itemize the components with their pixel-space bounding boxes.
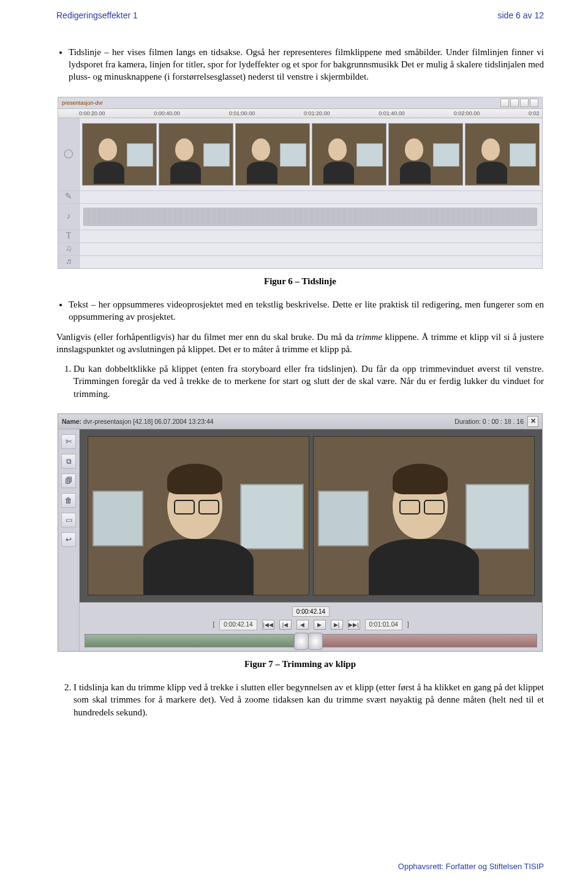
goto-end-button[interactable]: ▶▶|: [348, 620, 360, 630]
trim-out-handle[interactable]: [308, 633, 323, 650]
timeline-ruler[interactable]: 0:00:20.00 0:00:40.00 0:01:00.00 0:01:20…: [58, 108, 542, 118]
para-em-trimme: trimme: [356, 332, 383, 342]
header-right: side 6 av 12: [498, 10, 545, 21]
figure-7-caption: Figur 7 – Trimming av klipp: [56, 658, 544, 670]
trim-in-timecode[interactable]: 0:00:42.14: [219, 619, 257, 630]
tl-zoom-in-icon[interactable]: [500, 99, 509, 107]
ruler-mark: 0:01:40.00: [379, 110, 453, 117]
tool-scissors-icon[interactable]: ✄: [61, 434, 76, 449]
ruler-mark: 0:01:20.00: [304, 110, 379, 117]
bracket-in-icon[interactable]: [: [213, 620, 214, 629]
tool-undo-icon[interactable]: ↩: [61, 532, 76, 547]
bullet-tidslinje: Tidslinje – her vises filmen langs en ti…: [69, 46, 544, 83]
figure-6-caption: Figur 6 – Tidslinje: [56, 275, 544, 287]
video-track[interactable]: [80, 118, 542, 190]
page-footer: Opphavsrett: Forfatter og Stiftelsen TIS…: [398, 861, 544, 872]
close-icon[interactable]: ✕: [527, 416, 538, 427]
trim-in-handle[interactable]: [294, 633, 309, 650]
tool-marker-icon[interactable]: ▭: [61, 513, 76, 527]
tl-zoom-out-icon[interactable]: [510, 99, 519, 107]
tl-view-b-icon[interactable]: [530, 99, 538, 107]
track-edit[interactable]: [80, 191, 542, 203]
bracket-out-icon[interactable]: ]: [407, 620, 409, 629]
ordered-item-1: Du kan dobbeltklikke på klippet (enten f…: [74, 363, 544, 400]
clip-thumbnail[interactable]: [465, 123, 540, 186]
track-title-icon[interactable]: T: [66, 230, 72, 242]
tool-delete-icon[interactable]: 🗑: [61, 493, 76, 508]
clip-thumbnail[interactable]: [388, 123, 463, 186]
audio-waveform: [83, 208, 537, 226]
trim-duration-label: Duration:: [454, 418, 481, 425]
step-forward-button[interactable]: ▶|: [331, 620, 343, 630]
trim-timecode-center: 0:00:42.14: [292, 606, 330, 617]
track-video-icon[interactable]: ◯: [64, 148, 74, 160]
ruler-mark: 0:00:40.00: [154, 110, 228, 117]
track-sfx[interactable]: [80, 243, 542, 255]
track-music[interactable]: [80, 256, 542, 268]
trim-name-label: Name:: [62, 417, 81, 426]
trim-out-timecode[interactable]: 0:01:01.04: [365, 619, 402, 630]
tl-view-a-icon[interactable]: [520, 99, 529, 107]
figure-7-trim-window: Name: dvr-presentasjon [42.18] 06.07.200…: [58, 413, 543, 652]
clip-thumbnail[interactable]: [235, 123, 310, 186]
bullet-tekst: Tekst – her oppsummeres videoprosjektet …: [69, 298, 544, 323]
trim-frame-in[interactable]: [88, 436, 309, 595]
paragraph-trim-intro: Vanligvis (eller forhåpentligvis) har du…: [56, 331, 544, 356]
track-edit-icon[interactable]: ✎: [65, 191, 72, 203]
trim-titlebar[interactable]: Name: dvr-presentasjon [42.18] 06.07.200…: [58, 414, 542, 429]
trim-name-value: dvr-presentasjon [42.18] 06.07.2004 13:2…: [83, 417, 214, 426]
trim-duration-value: 0 : 00 : 18 . 16: [483, 418, 524, 425]
clip-thumbnail[interactable]: [82, 123, 157, 186]
track-camera-audio[interactable]: [80, 204, 542, 230]
tool-clipboard-icon[interactable]: 🗐: [61, 473, 76, 488]
step-back-button[interactable]: |◀: [279, 620, 292, 630]
clip-thumbnail[interactable]: [159, 123, 233, 186]
ruler-mark: 0:01:00.00: [229, 110, 304, 117]
ordered-item-2: I tidslinja kan du trimme klipp ved å tr…: [74, 681, 544, 718]
ruler-mark: 0:02:00.00: [454, 110, 529, 117]
trim-bar-in-region[interactable]: [85, 634, 294, 647]
trim-bar[interactable]: [85, 634, 537, 647]
ruler-mark: 0:02: [529, 110, 542, 117]
track-audio-icon[interactable]: ♪: [67, 211, 71, 222]
timeline-clipname: presentasjon-dvr: [62, 99, 103, 107]
clip-thumbnail[interactable]: [312, 123, 386, 186]
para-text: Vanligvis (eller forhåpentligvis) har du…: [56, 332, 356, 342]
header-left: Redigeringseffekter 1: [56, 10, 138, 21]
figure-6-timeline: presentasjon-dvr 0:00:20.00 0:00:40.00 0…: [58, 97, 543, 269]
trim-side-toolbar: ✄ ⧉ 🗐 🗑 ▭ ↩: [58, 429, 80, 651]
trim-preview-stage: [80, 429, 542, 603]
play-reverse-button[interactable]: ◀: [296, 620, 309, 630]
trim-bar-out-region[interactable]: [323, 634, 537, 647]
track-music-icon[interactable]: ♬: [66, 256, 72, 268]
tool-copy-icon[interactable]: ⧉: [61, 454, 76, 469]
goto-start-button[interactable]: |◀◀: [262, 620, 274, 630]
track-sfx-icon[interactable]: ♫: [66, 243, 72, 255]
play-button[interactable]: ▶: [314, 620, 326, 630]
trim-frame-out[interactable]: [313, 436, 535, 595]
ruler-mark: 0:00:20.00: [79, 110, 154, 117]
track-title[interactable]: [80, 230, 542, 243]
